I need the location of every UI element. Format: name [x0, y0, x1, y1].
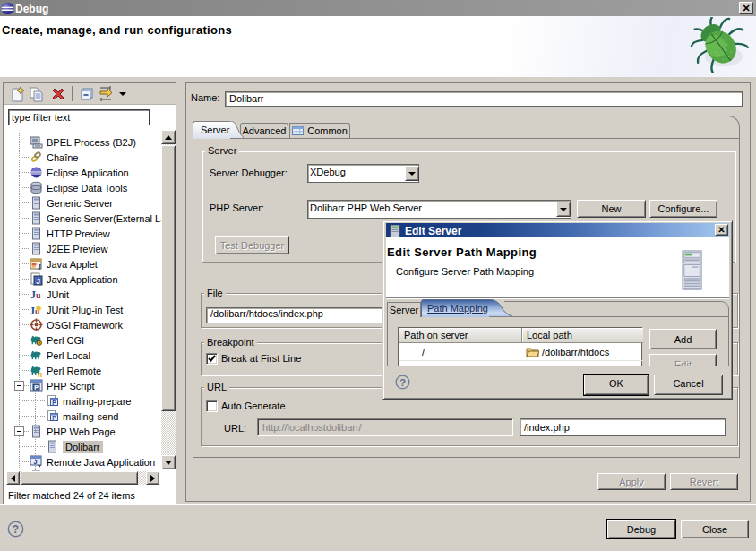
- svg-text:?: ?: [399, 377, 406, 388]
- svg-text:P: P: [34, 384, 39, 391]
- svg-text:P: P: [52, 415, 56, 421]
- svg-text:u: u: [36, 290, 41, 300]
- svg-text:R: R: [38, 372, 42, 378]
- svg-text:J: J: [36, 277, 40, 286]
- svg-text:P: P: [52, 400, 56, 406]
- svg-text:J: J: [38, 263, 41, 271]
- svg-text:?: ?: [13, 523, 19, 536]
